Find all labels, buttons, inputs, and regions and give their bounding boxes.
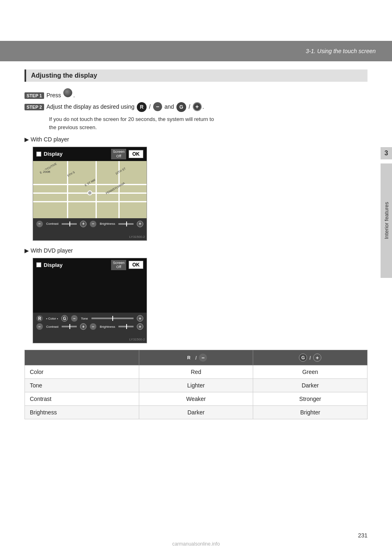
section-header: Adjusting the display <box>24 69 368 82</box>
main-content: Adjusting the display STEP 1 Press . STE… <box>24 69 368 419</box>
step-2-line: STEP 2 Adjust the display as desired usi… <box>24 102 368 112</box>
cd-contrast-plus[interactable]: + <box>80 221 87 227</box>
dvd-display-label: Display <box>44 262 62 268</box>
cd-arrow-icon: ▶ <box>24 136 29 143</box>
dvd-tone-minus[interactable]: − <box>71 315 78 322</box>
page-number: 231 <box>358 532 368 539</box>
cd-ok-btn[interactable]: OK <box>129 150 143 158</box>
map-zoom-label: 200ft <box>42 170 51 174</box>
map-road-v1 <box>67 161 68 218</box>
dvd-ok-btn[interactable]: OK <box>129 261 143 269</box>
sidebar-number: 3 <box>381 147 392 159</box>
table-header-r: R / − <box>139 350 253 365</box>
dvd-brightness-minus[interactable]: − <box>90 323 96 330</box>
header-bar: 3-1. Using the touch screen <box>0 41 392 61</box>
dvd-contrast-slider[interactable] <box>62 326 77 327</box>
step-2-badge: STEP 2 <box>24 104 44 110</box>
step-1-period: . <box>73 92 75 98</box>
table-cell-g: Darker <box>253 379 368 392</box>
disp-button-icon <box>63 88 72 97</box>
th-r-circle: R <box>185 354 193 362</box>
dvd-screen-footer: LY31500-2 <box>33 334 147 343</box>
table-header-g: G / + <box>253 350 368 365</box>
cd-brightness-plus[interactable]: + <box>137 221 143 227</box>
dvd-brightness-label: Brightness <box>100 325 115 329</box>
cd-controls-area: − Contrast + − Brightness + <box>33 218 147 231</box>
dvd-watermark-label: LY31500-2 <box>129 338 145 341</box>
table-row: BrightnessDarkerBrighter <box>25 406 368 419</box>
table-cell-feature: Contrast <box>25 392 139 406</box>
th-minus-circle: − <box>199 354 207 362</box>
r-circle-icon: R <box>137 102 147 112</box>
table-header-feature <box>25 350 139 365</box>
dvd-brightness-slider[interactable] <box>118 326 134 327</box>
cd-watermark-label: LY31500-2 <box>129 235 145 239</box>
table-cell-r: Red <box>139 365 253 379</box>
cd-contrast-label: Contrast <box>46 222 58 226</box>
cd-contrast-minus[interactable]: − <box>36 221 43 227</box>
dvd-r-btn[interactable]: R <box>36 315 43 322</box>
th-g-icons: G / + <box>258 354 362 362</box>
dvd-screen-header: Display ScreenOff OK <box>33 258 147 272</box>
cd-brightness-minus[interactable]: − <box>90 221 96 227</box>
cd-brightness-slider[interactable] <box>118 223 134 225</box>
dvd-arrow-icon: ▶ <box>24 247 29 254</box>
table-cell-g: Brighter <box>253 406 368 419</box>
table-cell-feature: Brightness <box>25 406 139 419</box>
cd-player-heading: ▶ With CD player <box>24 136 368 143</box>
cd-display-label: Display <box>44 151 62 157</box>
table-cell-feature: Color <box>25 365 139 379</box>
sidebar-label: Interior features <box>383 202 390 239</box>
dvd-contrast-label: Contrast <box>46 325 58 329</box>
table-cell-g: Stronger <box>253 392 368 406</box>
step-1-line: STEP 1 Press . <box>24 88 368 99</box>
table-cell-r: Darker <box>139 406 253 419</box>
table-row: ColorRedGreen <box>25 365 368 379</box>
map-label-10th: 10TH ST <box>115 167 126 175</box>
cd-header-left: Display <box>36 151 62 157</box>
dvd-tone-label: Tone <box>81 317 88 320</box>
cd-contrast-slider[interactable] <box>62 223 77 225</box>
dvd-tone-slider[interactable] <box>91 318 134 319</box>
dvd-contrast-minus[interactable]: − <box>36 323 43 330</box>
table-cell-g: Green <box>253 365 368 379</box>
map-road-v2 <box>96 161 97 218</box>
map-road-h3 <box>33 201 147 202</box>
cd-header-right: ScreenOff OK <box>111 149 143 159</box>
dvd-player-heading: ▶ With DVD player <box>24 247 368 254</box>
watermark: carmanualsonline.info <box>172 541 220 547</box>
cd-screen-footer: LY31500-2 <box>33 231 147 240</box>
dvd-checkbox-icon <box>36 262 41 267</box>
header-title: 3-1. Using the touch screen <box>306 48 376 54</box>
dvd-contrast-row: − Contrast + − Brightness + <box>36 323 143 330</box>
table-cell-r: Lighter <box>139 379 253 392</box>
plus-circle-icon: + <box>193 102 202 111</box>
map-location-marker <box>87 190 92 195</box>
dvd-header-right: ScreenOff OK <box>111 260 143 271</box>
note-text: If you do not touch the screen for 20 se… <box>49 115 368 131</box>
cd-display-screen: Display ScreenOff OK E EXECUTIVE 5TH S E… <box>33 147 147 241</box>
settings-table: R / − G / + ColorRedGreenToneLighterDark… <box>24 350 368 419</box>
th-r-icons: R / − <box>144 354 248 362</box>
dvd-display-screen: Display ScreenOff OK R • Color • G − Ton… <box>33 258 147 344</box>
dvd-g-btn[interactable]: G <box>61 315 68 322</box>
dvd-color-row: R • Color • G − Tone + <box>36 315 143 322</box>
cd-screen-off-btn[interactable]: ScreenOff <box>111 149 126 159</box>
dvd-brightness-plus[interactable]: + <box>137 323 143 330</box>
minus-circle-icon: − <box>153 102 162 111</box>
cd-contrast-row: − Contrast + − Brightness + <box>36 221 143 227</box>
cd-map-area: E EXECUTIVE 5TH S E ST NW PENNSYLVANIA 1… <box>33 161 147 218</box>
dvd-tone-plus[interactable]: + <box>137 315 143 322</box>
dvd-contrast-plus[interactable]: + <box>80 323 87 330</box>
step-1-badge: STEP 1 <box>24 92 44 99</box>
table-row: ToneLighterDarker <box>25 379 368 392</box>
map-label-est: E ST NW <box>84 178 96 187</box>
dvd-controls-area: R • Color • G − Tone + − Contrast + − Br… <box>33 313 147 334</box>
cd-brightness-label: Brightness <box>100 222 115 226</box>
cd-screen-header: Display ScreenOff OK <box>33 147 147 161</box>
dvd-screen-off-btn[interactable]: ScreenOff <box>111 260 126 271</box>
dvd-video-area <box>33 272 147 313</box>
dvd-header-left: Display <box>36 262 62 268</box>
cd-checkbox-icon <box>36 152 41 157</box>
section-title: Adjusting the display <box>31 72 97 79</box>
